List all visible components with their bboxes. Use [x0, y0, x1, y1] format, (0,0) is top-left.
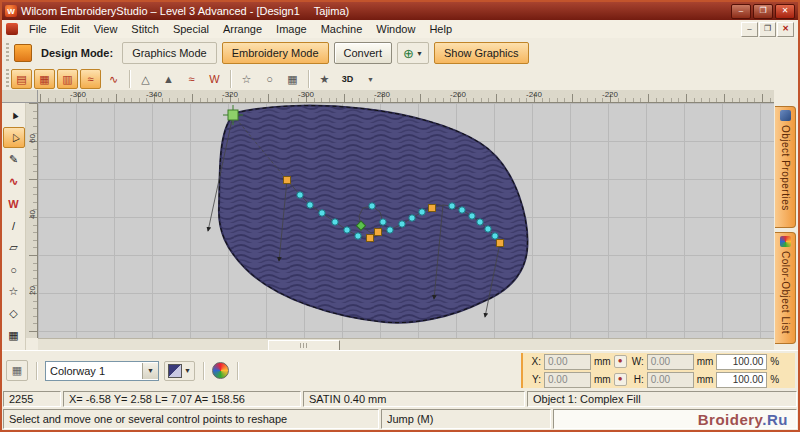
ruler-label: -260	[450, 90, 466, 99]
corner-point-handle	[429, 205, 436, 212]
chevron-down-icon: ▼	[184, 367, 191, 374]
tatami-stitch-icon[interactable]: ▦	[34, 69, 55, 89]
menu-view[interactable]: View	[87, 22, 125, 36]
reshape-tool[interactable]: ▷	[3, 127, 25, 148]
app-icon: W	[5, 5, 17, 17]
star-shape-icon[interactable]: ☆	[236, 69, 257, 89]
chevron-down-icon[interactable]: ▼	[142, 363, 158, 379]
threed-icon[interactable]: 3D	[337, 69, 358, 89]
document-icon	[6, 23, 18, 35]
scale-w-unit: %	[770, 356, 779, 367]
mdi-close-button[interactable]: ✕	[777, 22, 794, 37]
colorway-value: Colorway 1	[46, 365, 142, 377]
w-field[interactable]: 0.00	[647, 354, 694, 370]
motif-run-icon[interactable]: ∿	[103, 69, 124, 89]
menu-edit[interactable]: Edit	[54, 22, 87, 36]
menu-window[interactable]: Window	[369, 22, 422, 36]
proportional-lock-icon[interactable]: ●	[614, 355, 627, 368]
colorway-select[interactable]: Colorway 1 ▼	[45, 361, 159, 381]
pen-tool[interactable]: ✎	[3, 149, 25, 170]
embroidery-mode-button[interactable]: Embroidery Mode	[222, 42, 329, 64]
grid-tool[interactable]: ▦	[3, 325, 25, 346]
hoop-button[interactable]: ⊕ ▼	[397, 42, 429, 64]
shape-tool[interactable]: ▱	[3, 237, 25, 258]
menu-file[interactable]: File	[22, 22, 54, 36]
show-graphics-button[interactable]: Show Graphics	[434, 42, 529, 64]
menu-machine[interactable]: Machine	[314, 22, 370, 36]
corner-point-handle	[367, 235, 374, 242]
menu-help[interactable]: Help	[422, 22, 459, 36]
workspace: -360 -340 -320 -300 -280 -260 -240 -220 …	[2, 90, 798, 350]
scale-w-field[interactable]: 100.00	[716, 354, 767, 370]
corner-point-handle	[497, 240, 504, 247]
polygon-tool[interactable]: ◇	[3, 303, 25, 324]
y-field[interactable]: 0.00	[544, 372, 591, 388]
background-icon[interactable]: ▦	[6, 360, 28, 381]
toolbar-grip[interactable]	[6, 43, 9, 63]
fill-stitch-icon[interactable]: ▤	[11, 69, 32, 89]
star-tool[interactable]: ☆	[3, 281, 25, 302]
lettering-icon[interactable]: W	[204, 69, 225, 89]
menu-image[interactable]: Image	[269, 22, 314, 36]
color-toolbar: ▦ Colorway 1 ▼ ▼ X: 0.00 mm ● W: 0.00 mm…	[2, 350, 798, 390]
toolbar-separator	[230, 70, 231, 88]
design-mode-icon	[14, 44, 32, 62]
close-button[interactable]: ✕	[775, 4, 795, 19]
zigzag-stitch-icon[interactable]: ≈	[80, 69, 101, 89]
tab-color-object-list[interactable]: Color-Object List	[775, 232, 796, 344]
minimize-button[interactable]: –	[731, 4, 751, 19]
toolbar-separator	[129, 70, 130, 88]
x-field[interactable]: 0.00	[544, 354, 591, 370]
hint-text: Select and move one or several control p…	[3, 409, 379, 429]
ring-shape-icon[interactable]: ○	[259, 69, 280, 89]
titlebar: W Wilcom EmbroideryStudio – Level 3 Adva…	[2, 2, 798, 20]
column-b-icon[interactable]: ▲	[158, 69, 179, 89]
stitch-toolbar: ▤ ▦ ▥ ≈ ∿ △ ▲ ≈ W ☆ ○ ▦ ★ 3D ▼	[2, 68, 798, 91]
design-canvas[interactable]	[38, 103, 774, 338]
more-tools-icon[interactable]: ▼	[360, 69, 381, 89]
toolbar-grip[interactable]	[6, 69, 9, 89]
embroidery-object[interactable]	[38, 103, 774, 338]
scale-h-field[interactable]: 100.00	[716, 372, 767, 388]
docked-panel-tabs: Object Properties Color-Object List	[774, 90, 798, 350]
y-label: Y:	[529, 374, 541, 385]
w-unit: mm	[697, 356, 714, 367]
ellipse-tool[interactable]: ○	[3, 259, 25, 280]
mesh-icon[interactable]: ▦	[282, 69, 303, 89]
menu-arrange[interactable]: Arrange	[216, 22, 269, 36]
satin-stitch-icon[interactable]: ▥	[57, 69, 78, 89]
column-a-icon[interactable]: △	[135, 69, 156, 89]
effects-icon[interactable]: ★	[314, 69, 335, 89]
pointer-readout: X= -6.58 Y= 2.58 L= 7.07 A= 158.56	[63, 391, 301, 407]
current-color-button[interactable]: ▼	[164, 361, 195, 381]
toolbox: ► ▷ ✎ ∿ W / ▱ ○ ☆ ◇ ▦	[2, 103, 26, 350]
convert-button[interactable]: Convert	[334, 42, 393, 64]
mdi-minimize-button[interactable]: –	[741, 22, 758, 37]
horizontal-scrollbar[interactable]	[38, 338, 774, 350]
ruler-corner	[2, 90, 38, 103]
toolbar-separator	[36, 362, 37, 380]
tab-object-properties[interactable]: Object Properties	[775, 106, 796, 228]
mode-toolbar: Design Mode: Graphics Mode Embroidery Mo…	[2, 38, 798, 69]
h-field[interactable]: 0.00	[647, 372, 694, 388]
toolbar-separator	[203, 362, 204, 380]
ruler-label: -340	[146, 90, 162, 99]
menubar: File Edit View Stitch Special Arrange Im…	[2, 20, 798, 39]
graphics-mode-button[interactable]: Graphics Mode	[122, 42, 217, 64]
menu-stitch[interactable]: Stitch	[124, 22, 166, 36]
freehand-tool[interactable]: ∿	[3, 171, 25, 192]
run-tool[interactable]: /	[3, 215, 25, 236]
lettering-tool[interactable]: W	[3, 193, 25, 214]
complex-fill-object[interactable]	[219, 106, 528, 323]
mdi-restore-button[interactable]: ❐	[759, 22, 776, 37]
y-unit: mm	[594, 374, 611, 385]
transform-panel: X: 0.00 mm ● W: 0.00 mm 100.00 % Y: 0.00…	[521, 353, 795, 388]
ruler-label: -240	[526, 90, 542, 99]
proportional-lock-icon[interactable]: ●	[614, 373, 627, 386]
column-c-icon[interactable]: ≈	[181, 69, 202, 89]
menu-special[interactable]: Special	[166, 22, 216, 36]
maximize-button[interactable]: ❐	[753, 4, 773, 19]
corner-point-handle	[375, 229, 382, 236]
colorway-palette-icon[interactable]	[212, 362, 229, 379]
select-tool[interactable]: ►	[3, 105, 25, 126]
